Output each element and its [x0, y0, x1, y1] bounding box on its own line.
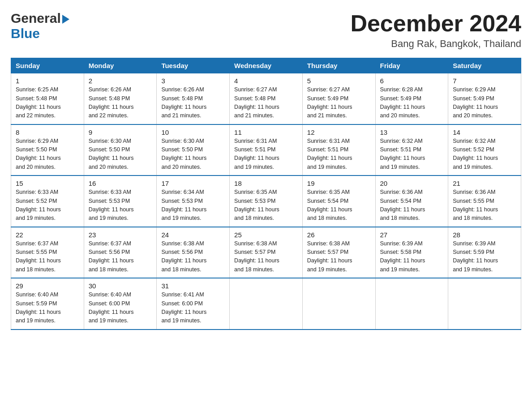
day-number: 21: [453, 180, 516, 187]
day-info: Sunrise: 6:35 AMSunset: 5:53 PMDaylight:…: [234, 188, 298, 223]
day-info: Sunrise: 6:25 AMSunset: 5:48 PMDaylight:…: [16, 86, 79, 120]
day-info: Sunrise: 6:40 AMSunset: 5:59 PMDaylight:…: [16, 291, 79, 325]
day-info: Sunrise: 6:32 AMSunset: 5:52 PMDaylight:…: [453, 137, 516, 172]
table-row: [448, 278, 521, 330]
table-row: 27Sunrise: 6:39 AMSunset: 5:58 PMDayligh…: [375, 227, 448, 278]
day-number: 6: [380, 77, 444, 85]
table-row: 18Sunrise: 6:35 AMSunset: 5:53 PMDayligh…: [230, 176, 303, 227]
day-number: 13: [380, 128, 444, 136]
table-row: 30Sunrise: 6:40 AMSunset: 6:00 PMDayligh…: [84, 278, 157, 330]
col-monday: Monday: [84, 58, 157, 73]
day-info: Sunrise: 6:26 AMSunset: 5:48 PMDaylight:…: [161, 86, 225, 120]
day-number: 27: [380, 231, 444, 239]
day-number: 9: [89, 128, 152, 136]
day-info: Sunrise: 6:38 AMSunset: 5:57 PMDaylight:…: [234, 240, 298, 274]
day-info: Sunrise: 6:38 AMSunset: 5:57 PMDaylight:…: [307, 240, 371, 274]
day-number: 31: [161, 282, 225, 290]
calendar-table: Sunday Monday Tuesday Wednesday Thursday…: [11, 58, 521, 330]
table-row: [230, 278, 303, 330]
logo-blue-word: Blue: [11, 26, 40, 41]
day-info: Sunrise: 6:29 AMSunset: 5:50 PMDaylight:…: [16, 137, 79, 172]
table-row: 9Sunrise: 6:30 AMSunset: 5:50 PMDaylight…: [84, 124, 157, 176]
col-sunday: Sunday: [11, 58, 84, 73]
day-info: Sunrise: 6:36 AMSunset: 5:54 PMDaylight:…: [380, 188, 444, 223]
table-row: 15Sunrise: 6:33 AMSunset: 5:52 PMDayligh…: [11, 176, 84, 227]
calendar-week-row: 1Sunrise: 6:25 AMSunset: 5:48 PMDaylight…: [11, 73, 521, 124]
day-number: 23: [89, 231, 152, 239]
table-row: 2Sunrise: 6:26 AMSunset: 5:48 PMDaylight…: [84, 73, 157, 124]
table-row: 19Sunrise: 6:35 AMSunset: 5:54 PMDayligh…: [302, 176, 375, 227]
table-row: 17Sunrise: 6:34 AMSunset: 5:53 PMDayligh…: [157, 176, 230, 227]
day-number: 26: [307, 231, 371, 239]
table-row: 21Sunrise: 6:36 AMSunset: 5:55 PMDayligh…: [448, 176, 521, 227]
day-number: 8: [16, 128, 79, 136]
day-number: 10: [161, 128, 225, 136]
day-number: 16: [89, 180, 152, 187]
day-info: Sunrise: 6:36 AMSunset: 5:55 PMDaylight:…: [453, 188, 516, 223]
day-number: 2: [89, 77, 152, 85]
day-number: 29: [16, 282, 79, 290]
table-row: 5Sunrise: 6:27 AMSunset: 5:49 PMDaylight…: [302, 73, 375, 124]
day-number: 20: [380, 180, 444, 187]
table-row: 8Sunrise: 6:29 AMSunset: 5:50 PMDaylight…: [11, 124, 84, 176]
table-row: 28Sunrise: 6:39 AMSunset: 5:59 PMDayligh…: [448, 227, 521, 278]
day-number: 24: [161, 231, 225, 239]
table-row: 11Sunrise: 6:31 AMSunset: 5:51 PMDayligh…: [230, 124, 303, 176]
day-info: Sunrise: 6:37 AMSunset: 5:55 PMDaylight:…: [16, 240, 79, 274]
col-saturday: Saturday: [448, 58, 521, 73]
day-number: 3: [161, 77, 225, 85]
location-title: Bang Rak, Bangkok, Thailand: [350, 38, 521, 50]
table-row: 31Sunrise: 6:41 AMSunset: 6:00 PMDayligh…: [157, 278, 230, 330]
day-number: 22: [16, 231, 79, 239]
table-row: 12Sunrise: 6:31 AMSunset: 5:51 PMDayligh…: [302, 124, 375, 176]
day-info: Sunrise: 6:27 AMSunset: 5:49 PMDaylight:…: [307, 86, 371, 120]
table-row: 4Sunrise: 6:27 AMSunset: 5:48 PMDaylight…: [230, 73, 303, 124]
table-row: 3Sunrise: 6:26 AMSunset: 5:48 PMDaylight…: [157, 73, 230, 124]
table-row: [302, 278, 375, 330]
day-info: Sunrise: 6:26 AMSunset: 5:48 PMDaylight:…: [89, 86, 152, 120]
day-number: 14: [453, 128, 516, 136]
logo-general-word: General: [11, 11, 61, 26]
table-row: 22Sunrise: 6:37 AMSunset: 5:55 PMDayligh…: [11, 227, 84, 278]
table-row: 16Sunrise: 6:33 AMSunset: 5:53 PMDayligh…: [84, 176, 157, 227]
table-row: 20Sunrise: 6:36 AMSunset: 5:54 PMDayligh…: [375, 176, 448, 227]
day-number: 5: [307, 77, 371, 85]
day-number: 15: [16, 180, 79, 187]
calendar-header-row: Sunday Monday Tuesday Wednesday Thursday…: [11, 58, 521, 73]
day-info: Sunrise: 6:39 AMSunset: 5:58 PMDaylight:…: [380, 240, 444, 274]
col-thursday: Thursday: [302, 58, 375, 73]
table-row: 6Sunrise: 6:28 AMSunset: 5:49 PMDaylight…: [375, 73, 448, 124]
day-number: 28: [453, 231, 516, 239]
day-info: Sunrise: 6:32 AMSunset: 5:51 PMDaylight:…: [380, 137, 444, 172]
col-tuesday: Tuesday: [157, 58, 230, 73]
table-row: 10Sunrise: 6:30 AMSunset: 5:50 PMDayligh…: [157, 124, 230, 176]
day-number: 11: [234, 128, 298, 136]
day-info: Sunrise: 6:35 AMSunset: 5:54 PMDaylight:…: [307, 188, 371, 223]
day-info: Sunrise: 6:28 AMSunset: 5:49 PMDaylight:…: [380, 86, 444, 120]
day-info: Sunrise: 6:39 AMSunset: 5:59 PMDaylight:…: [453, 240, 516, 274]
table-row: 13Sunrise: 6:32 AMSunset: 5:51 PMDayligh…: [375, 124, 448, 176]
day-info: Sunrise: 6:37 AMSunset: 5:56 PMDaylight:…: [89, 240, 152, 274]
day-info: Sunrise: 6:29 AMSunset: 5:49 PMDaylight:…: [453, 86, 516, 120]
day-number: 17: [161, 180, 225, 187]
calendar-week-row: 15Sunrise: 6:33 AMSunset: 5:52 PMDayligh…: [11, 176, 521, 227]
page-header: General Blue December 2024 Bang Rak, Ban…: [11, 11, 521, 50]
title-block: December 2024 Bang Rak, Bangkok, Thailan…: [350, 11, 521, 50]
col-friday: Friday: [375, 58, 448, 73]
logo: General Blue: [11, 11, 69, 41]
day-info: Sunrise: 6:38 AMSunset: 5:56 PMDaylight:…: [161, 240, 225, 274]
col-wednesday: Wednesday: [230, 58, 303, 73]
day-number: 12: [307, 128, 371, 136]
day-info: Sunrise: 6:41 AMSunset: 6:00 PMDaylight:…: [161, 291, 225, 325]
calendar-week-row: 8Sunrise: 6:29 AMSunset: 5:50 PMDaylight…: [11, 124, 521, 176]
table-row: 1Sunrise: 6:25 AMSunset: 5:48 PMDaylight…: [11, 73, 84, 124]
calendar-week-row: 22Sunrise: 6:37 AMSunset: 5:55 PMDayligh…: [11, 227, 521, 278]
day-info: Sunrise: 6:40 AMSunset: 6:00 PMDaylight:…: [89, 291, 152, 325]
day-number: 1: [16, 77, 79, 85]
calendar-title: December 2024: [350, 11, 521, 36]
logo-arrow-icon: [62, 15, 69, 24]
day-info: Sunrise: 6:33 AMSunset: 5:53 PMDaylight:…: [89, 188, 152, 223]
table-row: 7Sunrise: 6:29 AMSunset: 5:49 PMDaylight…: [448, 73, 521, 124]
day-info: Sunrise: 6:34 AMSunset: 5:53 PMDaylight:…: [161, 188, 225, 223]
calendar-week-row: 29Sunrise: 6:40 AMSunset: 5:59 PMDayligh…: [11, 278, 521, 330]
